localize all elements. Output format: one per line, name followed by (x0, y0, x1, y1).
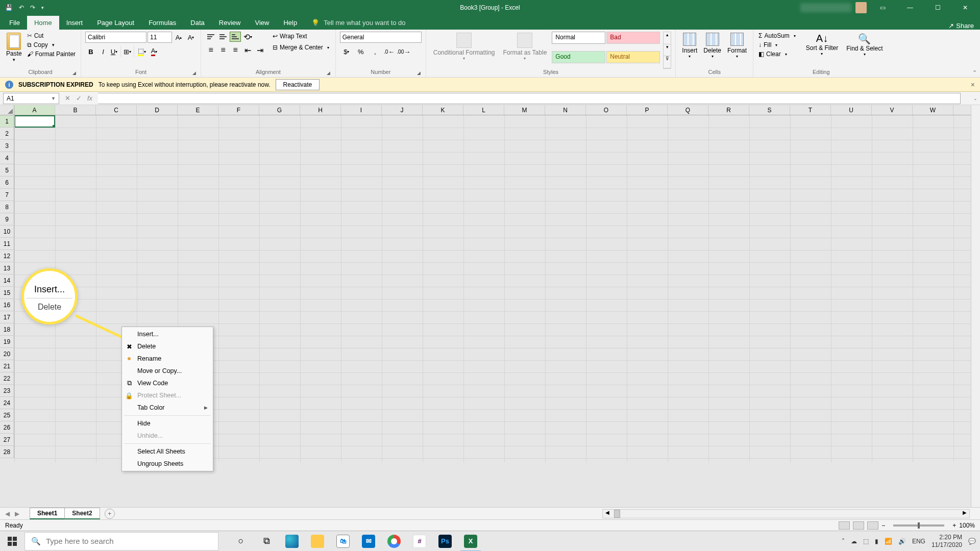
name-box[interactable]: A1▼ (3, 93, 59, 104)
style-gallery-scroll[interactable]: ▴▾⊽ (663, 32, 671, 69)
row-header-24[interactable]: 24 (0, 397, 14, 409)
italic-button[interactable]: I (97, 46, 109, 57)
percent-format-button[interactable]: % (354, 46, 368, 57)
chevron-down-icon[interactable]: ▼ (51, 96, 56, 101)
row-header-21[interactable]: 21 (0, 360, 14, 372)
fill-button[interactable]: ↓Fill▾ (757, 41, 797, 49)
font-size-select[interactable] (148, 32, 172, 43)
font-color-button[interactable]: A▾ (149, 46, 160, 57)
zoom-slider[interactable] (893, 524, 944, 527)
col-header-G[interactable]: G (259, 105, 300, 115)
row-header-2[interactable]: 2 (0, 128, 14, 140)
increase-decimal-button[interactable]: .0← (383, 46, 396, 57)
chrome-icon[interactable] (382, 531, 406, 552)
number-format-select[interactable] (340, 32, 422, 43)
tab-insert[interactable]: Insert (59, 16, 90, 30)
new-sheet-button[interactable]: + (105, 509, 115, 519)
align-bottom-button[interactable] (230, 32, 241, 42)
format-painter-button[interactable]: 🖌Format Painter (26, 50, 77, 58)
grow-font-button[interactable]: A▴ (173, 32, 184, 43)
accounting-format-button[interactable]: $▾ (340, 46, 353, 57)
format-cells-button[interactable]: Format▾ (725, 32, 749, 69)
avatar[interactable] (855, 2, 867, 13)
photoshop-icon[interactable]: Ps (433, 531, 457, 552)
row-header-15[interactable]: 15 (0, 287, 14, 299)
col-header-O[interactable]: O (586, 105, 627, 115)
subscription-close-icon[interactable]: × (971, 81, 975, 89)
cm-tab-color[interactable]: Tab Color▶ (122, 402, 213, 414)
task-view-icon[interactable]: ⧉ (254, 531, 279, 552)
col-header-C[interactable]: C (96, 105, 137, 115)
number-launcher-icon[interactable]: ◢ (416, 70, 422, 76)
zoom-out-button[interactable]: − (881, 522, 885, 529)
close-button[interactable]: ✕ (953, 0, 977, 15)
find-select-button[interactable]: 🔍Find & Select▾ (844, 32, 885, 69)
insert-function-icon[interactable]: fx (85, 94, 95, 102)
page-break-view-button[interactable] (867, 521, 878, 530)
align-top-button[interactable] (205, 32, 216, 42)
cm-select-all-sheets[interactable]: Select All Sheets (122, 445, 213, 458)
file-explorer-icon[interactable] (305, 531, 330, 552)
row-header-8[interactable]: 8 (0, 201, 14, 213)
onedrive-icon[interactable]: ☁ (851, 538, 857, 545)
col-header-R[interactable]: R (708, 105, 749, 115)
col-header-A[interactable]: A (14, 105, 55, 115)
reactivate-button[interactable]: Reactivate (276, 79, 320, 90)
col-header-E[interactable]: E (178, 105, 218, 115)
cancel-formula-icon[interactable]: ✕ (62, 94, 72, 102)
row-header-18[interactable]: 18 (0, 323, 14, 336)
tab-review[interactable]: Review (212, 16, 248, 30)
row-header-22[interactable]: 22 (0, 372, 14, 385)
delete-cells-button[interactable]: Delete▾ (701, 32, 723, 69)
cm-insert[interactable]: Insert... (122, 328, 213, 340)
vertical-scrollbar[interactable] (971, 105, 980, 507)
row-header-4[interactable]: 4 (0, 152, 14, 164)
cm-move-copy[interactable]: Move or Copy... (122, 365, 213, 377)
bold-button[interactable]: B (85, 46, 96, 57)
paste-button[interactable]: Paste ▾ (4, 32, 24, 69)
copy-button[interactable]: ⧉Copy▾ (26, 41, 77, 49)
col-header-H[interactable]: H (300, 105, 341, 115)
underline-button[interactable]: U ▾ (110, 46, 121, 57)
row-header-17[interactable]: 17 (0, 311, 14, 323)
save-icon[interactable]: 💾 (5, 4, 13, 11)
action-center-icon[interactable]: 💬 (968, 538, 976, 545)
font-name-select[interactable] (85, 32, 146, 43)
col-header-P[interactable]: P (627, 105, 668, 115)
col-header-N[interactable]: N (545, 105, 586, 115)
sheet-tab-sheet2[interactable]: Sheet2 (64, 508, 100, 519)
col-header-V[interactable]: V (872, 105, 913, 115)
cm-ungroup-sheets[interactable]: Ungroup Sheets (122, 458, 213, 470)
clear-button[interactable]: ◧Clear▾ (757, 50, 797, 58)
row-header-9[interactable]: 9 (0, 213, 14, 226)
align-right-button[interactable]: ≡ (230, 45, 241, 55)
col-header-Q[interactable]: Q (668, 105, 708, 115)
ribbon-display-icon[interactable]: ▭ (871, 0, 894, 15)
align-center-button[interactable]: ≡ (217, 45, 229, 55)
col-header-M[interactable]: M (504, 105, 545, 115)
taskbar-search[interactable]: 🔍 Type here to search (24, 532, 218, 550)
select-all-corner[interactable] (0, 105, 14, 115)
cm-delete[interactable]: ✖Delete (122, 340, 213, 353)
tab-help[interactable]: Help (276, 16, 304, 30)
col-header-L[interactable]: L (463, 105, 504, 115)
normal-view-button[interactable] (839, 521, 850, 530)
cell-styles-gallery[interactable]: Normal Bad Good Neutral (552, 32, 663, 69)
fill-color-button[interactable]: ⬚▾ (136, 46, 148, 57)
style-bad[interactable]: Bad (606, 32, 660, 44)
conditional-formatting-button[interactable]: Conditional Formatting▾ (430, 32, 498, 69)
cm-rename[interactable]: Rename (122, 353, 213, 365)
style-good[interactable]: Good (552, 51, 605, 63)
sheet-tab-sheet1[interactable]: Sheet1 (30, 508, 65, 519)
decrease-decimal-button[interactable]: .00→ (397, 46, 410, 57)
col-header-T[interactable]: T (790, 105, 831, 115)
cm-view-code[interactable]: ⧉View Code (122, 377, 213, 389)
redo-icon[interactable]: ↷ (30, 4, 35, 11)
row-header-28[interactable]: 28 (0, 446, 14, 458)
col-header-S[interactable]: S (749, 105, 790, 115)
undo-icon[interactable]: ↶ (19, 4, 24, 11)
autosum-button[interactable]: ΣAutoSum▾ (757, 32, 797, 40)
row-header-11[interactable]: 11 (0, 238, 14, 250)
wifi-icon[interactable]: 📶 (885, 538, 892, 545)
row-header-26[interactable]: 26 (0, 421, 14, 434)
